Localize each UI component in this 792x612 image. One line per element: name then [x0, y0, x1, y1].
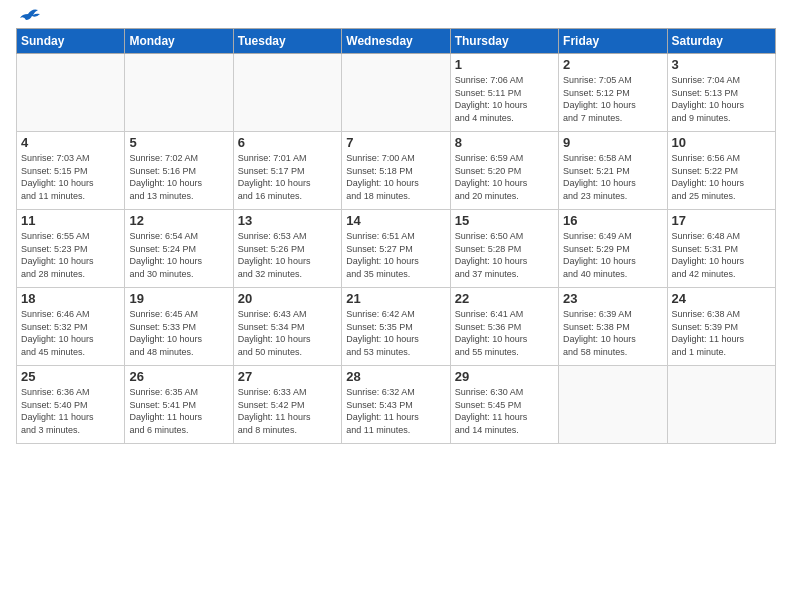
calendar-table: SundayMondayTuesdayWednesdayThursdayFrid… [16, 28, 776, 444]
calendar-cell: 25Sunrise: 6:36 AMSunset: 5:40 PMDayligh… [17, 366, 125, 444]
cell-day-number: 6 [238, 135, 337, 150]
cell-day-number: 12 [129, 213, 228, 228]
cell-info: Sunrise: 6:36 AMSunset: 5:40 PMDaylight:… [21, 386, 120, 436]
calendar-cell: 3Sunrise: 7:04 AMSunset: 5:13 PMDaylight… [667, 54, 775, 132]
logo-bird-icon [18, 6, 40, 24]
calendar-cell: 20Sunrise: 6:43 AMSunset: 5:34 PMDayligh… [233, 288, 341, 366]
calendar-cell: 26Sunrise: 6:35 AMSunset: 5:41 PMDayligh… [125, 366, 233, 444]
cell-info: Sunrise: 6:30 AMSunset: 5:45 PMDaylight:… [455, 386, 554, 436]
cell-info: Sunrise: 6:54 AMSunset: 5:24 PMDaylight:… [129, 230, 228, 280]
cell-day-number: 24 [672, 291, 771, 306]
calendar-cell [559, 366, 667, 444]
cell-info: Sunrise: 6:49 AMSunset: 5:29 PMDaylight:… [563, 230, 662, 280]
cell-info: Sunrise: 7:03 AMSunset: 5:15 PMDaylight:… [21, 152, 120, 202]
page: SundayMondayTuesdayWednesdayThursdayFrid… [0, 0, 792, 612]
cell-day-number: 19 [129, 291, 228, 306]
cell-info: Sunrise: 7:02 AMSunset: 5:16 PMDaylight:… [129, 152, 228, 202]
calendar-cell: 11Sunrise: 6:55 AMSunset: 5:23 PMDayligh… [17, 210, 125, 288]
calendar-cell: 9Sunrise: 6:58 AMSunset: 5:21 PMDaylight… [559, 132, 667, 210]
calendar-cell: 7Sunrise: 7:00 AMSunset: 5:18 PMDaylight… [342, 132, 450, 210]
cell-day-number: 10 [672, 135, 771, 150]
calendar-cell [125, 54, 233, 132]
cell-day-number: 15 [455, 213, 554, 228]
calendar-cell [667, 366, 775, 444]
cell-day-number: 18 [21, 291, 120, 306]
calendar-cell: 16Sunrise: 6:49 AMSunset: 5:29 PMDayligh… [559, 210, 667, 288]
cell-day-number: 22 [455, 291, 554, 306]
cell-info: Sunrise: 7:00 AMSunset: 5:18 PMDaylight:… [346, 152, 445, 202]
calendar-week-row: 4Sunrise: 7:03 AMSunset: 5:15 PMDaylight… [17, 132, 776, 210]
calendar-cell: 18Sunrise: 6:46 AMSunset: 5:32 PMDayligh… [17, 288, 125, 366]
calendar-cell: 17Sunrise: 6:48 AMSunset: 5:31 PMDayligh… [667, 210, 775, 288]
calendar-header-wednesday: Wednesday [342, 29, 450, 54]
cell-day-number: 17 [672, 213, 771, 228]
cell-info: Sunrise: 6:55 AMSunset: 5:23 PMDaylight:… [21, 230, 120, 280]
cell-info: Sunrise: 6:53 AMSunset: 5:26 PMDaylight:… [238, 230, 337, 280]
cell-info: Sunrise: 7:05 AMSunset: 5:12 PMDaylight:… [563, 74, 662, 124]
calendar-cell: 5Sunrise: 7:02 AMSunset: 5:16 PMDaylight… [125, 132, 233, 210]
cell-info: Sunrise: 6:32 AMSunset: 5:43 PMDaylight:… [346, 386, 445, 436]
cell-day-number: 11 [21, 213, 120, 228]
calendar-cell: 4Sunrise: 7:03 AMSunset: 5:15 PMDaylight… [17, 132, 125, 210]
calendar-cell: 14Sunrise: 6:51 AMSunset: 5:27 PMDayligh… [342, 210, 450, 288]
header [16, 12, 776, 20]
cell-info: Sunrise: 6:45 AMSunset: 5:33 PMDaylight:… [129, 308, 228, 358]
cell-day-number: 28 [346, 369, 445, 384]
calendar-cell: 1Sunrise: 7:06 AMSunset: 5:11 PMDaylight… [450, 54, 558, 132]
calendar-week-row: 18Sunrise: 6:46 AMSunset: 5:32 PMDayligh… [17, 288, 776, 366]
cell-day-number: 3 [672, 57, 771, 72]
cell-day-number: 2 [563, 57, 662, 72]
cell-day-number: 4 [21, 135, 120, 150]
cell-info: Sunrise: 7:04 AMSunset: 5:13 PMDaylight:… [672, 74, 771, 124]
calendar-cell: 27Sunrise: 6:33 AMSunset: 5:42 PMDayligh… [233, 366, 341, 444]
cell-day-number: 14 [346, 213, 445, 228]
cell-info: Sunrise: 7:01 AMSunset: 5:17 PMDaylight:… [238, 152, 337, 202]
calendar-week-row: 1Sunrise: 7:06 AMSunset: 5:11 PMDaylight… [17, 54, 776, 132]
cell-day-number: 7 [346, 135, 445, 150]
calendar-header-sunday: Sunday [17, 29, 125, 54]
cell-info: Sunrise: 6:43 AMSunset: 5:34 PMDaylight:… [238, 308, 337, 358]
cell-day-number: 27 [238, 369, 337, 384]
calendar-week-row: 11Sunrise: 6:55 AMSunset: 5:23 PMDayligh… [17, 210, 776, 288]
calendar-cell: 13Sunrise: 6:53 AMSunset: 5:26 PMDayligh… [233, 210, 341, 288]
cell-day-number: 29 [455, 369, 554, 384]
cell-info: Sunrise: 6:41 AMSunset: 5:36 PMDaylight:… [455, 308, 554, 358]
cell-day-number: 21 [346, 291, 445, 306]
calendar-cell: 22Sunrise: 6:41 AMSunset: 5:36 PMDayligh… [450, 288, 558, 366]
cell-info: Sunrise: 6:33 AMSunset: 5:42 PMDaylight:… [238, 386, 337, 436]
calendar-cell: 28Sunrise: 6:32 AMSunset: 5:43 PMDayligh… [342, 366, 450, 444]
calendar-week-row: 25Sunrise: 6:36 AMSunset: 5:40 PMDayligh… [17, 366, 776, 444]
cell-day-number: 16 [563, 213, 662, 228]
cell-info: Sunrise: 6:46 AMSunset: 5:32 PMDaylight:… [21, 308, 120, 358]
calendar-cell: 29Sunrise: 6:30 AMSunset: 5:45 PMDayligh… [450, 366, 558, 444]
cell-info: Sunrise: 6:35 AMSunset: 5:41 PMDaylight:… [129, 386, 228, 436]
calendar-header-tuesday: Tuesday [233, 29, 341, 54]
cell-day-number: 26 [129, 369, 228, 384]
cell-info: Sunrise: 6:48 AMSunset: 5:31 PMDaylight:… [672, 230, 771, 280]
cell-info: Sunrise: 6:58 AMSunset: 5:21 PMDaylight:… [563, 152, 662, 202]
calendar-cell [233, 54, 341, 132]
cell-info: Sunrise: 6:59 AMSunset: 5:20 PMDaylight:… [455, 152, 554, 202]
cell-day-number: 5 [129, 135, 228, 150]
calendar-cell: 24Sunrise: 6:38 AMSunset: 5:39 PMDayligh… [667, 288, 775, 366]
cell-day-number: 20 [238, 291, 337, 306]
cell-info: Sunrise: 6:42 AMSunset: 5:35 PMDaylight:… [346, 308, 445, 358]
cell-day-number: 9 [563, 135, 662, 150]
cell-info: Sunrise: 7:06 AMSunset: 5:11 PMDaylight:… [455, 74, 554, 124]
calendar-cell [342, 54, 450, 132]
calendar-cell: 15Sunrise: 6:50 AMSunset: 5:28 PMDayligh… [450, 210, 558, 288]
calendar-cell [17, 54, 125, 132]
calendar-cell: 21Sunrise: 6:42 AMSunset: 5:35 PMDayligh… [342, 288, 450, 366]
cell-day-number: 25 [21, 369, 120, 384]
calendar-header-thursday: Thursday [450, 29, 558, 54]
cell-info: Sunrise: 6:56 AMSunset: 5:22 PMDaylight:… [672, 152, 771, 202]
calendar-cell: 10Sunrise: 6:56 AMSunset: 5:22 PMDayligh… [667, 132, 775, 210]
calendar-header-friday: Friday [559, 29, 667, 54]
calendar-header-monday: Monday [125, 29, 233, 54]
calendar-cell: 12Sunrise: 6:54 AMSunset: 5:24 PMDayligh… [125, 210, 233, 288]
calendar-header-row: SundayMondayTuesdayWednesdayThursdayFrid… [17, 29, 776, 54]
calendar-cell: 2Sunrise: 7:05 AMSunset: 5:12 PMDaylight… [559, 54, 667, 132]
calendar-cell: 23Sunrise: 6:39 AMSunset: 5:38 PMDayligh… [559, 288, 667, 366]
calendar-cell: 19Sunrise: 6:45 AMSunset: 5:33 PMDayligh… [125, 288, 233, 366]
calendar-cell: 8Sunrise: 6:59 AMSunset: 5:20 PMDaylight… [450, 132, 558, 210]
